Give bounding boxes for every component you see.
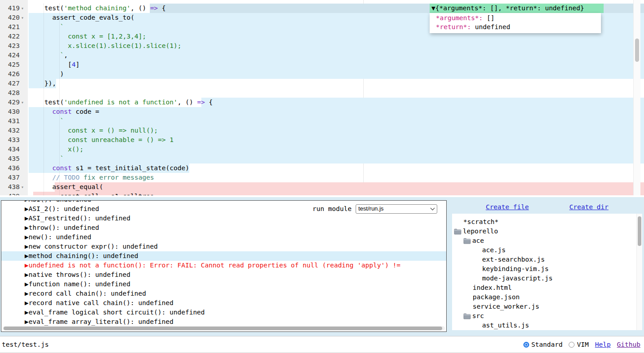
tree-file-row[interactable]: ace.js — [452, 245, 642, 255]
gutter-line[interactable]: 430 — [0, 107, 28, 116]
fold-arrow-icon[interactable]: ▾ — [21, 4, 24, 13]
gutter-line[interactable]: 419▾ — [0, 4, 28, 13]
gutter-line[interactable]: 439 — [0, 192, 28, 195]
code-line[interactable]: test('undefined is not a function', () =… — [28, 98, 644, 107]
keybinding-vim-radio[interactable]: VIM — [569, 341, 588, 348]
code-line[interactable]: }), — [28, 79, 644, 88]
line-highlight — [29, 60, 644, 69]
tree-folder-row[interactable]: ace — [452, 236, 642, 245]
gutter-line[interactable]: 431 — [0, 116, 28, 126]
test-result-row[interactable]: ▶record call chain(): undefined — [1, 289, 446, 298]
test-result-row[interactable]: ▶method chaining(): undefined — [1, 251, 446, 261]
gutter-line[interactable]: 423 — [0, 41, 28, 51]
fold-arrow-icon[interactable]: ▾ — [21, 183, 24, 191]
code-line[interactable]: const code = — [28, 107, 644, 116]
code-line[interactable]: const x = [1,2,3,4]; — [28, 32, 644, 41]
line-highlight — [29, 116, 644, 126]
code-line[interactable]: ) — [28, 69, 644, 79]
gutter-line[interactable]: 429▾ — [0, 98, 28, 107]
test-result-row[interactable]: ▶throw(): undefined — [1, 223, 446, 232]
code-editor[interactable]: 419▾420▾421422423424425426427428429▾4304… — [0, 0, 644, 195]
line-highlight — [55, 182, 644, 192]
test-result-row[interactable]: ▶eval_frame array_literal(): undefined — [1, 317, 446, 326]
gutter-line[interactable]: 425 — [0, 60, 28, 69]
line-number: 426 — [0, 69, 20, 79]
create-dir-link[interactable]: Create dir — [570, 203, 609, 211]
keybinding-standard-radio[interactable]: Standard — [523, 341, 563, 348]
gutter-line[interactable]: 437 — [0, 173, 28, 182]
test-result-row[interactable]: ▶ASI_restrited(): undefined — [1, 214, 446, 223]
tree-file-row[interactable]: package.json — [452, 293, 642, 302]
code-line[interactable]: assert_equal( — [28, 182, 644, 192]
tree-file-row[interactable]: service_worker.js — [452, 302, 642, 311]
gutter-line[interactable]: 432 — [0, 126, 28, 135]
gutter-line[interactable]: 438▾ — [0, 182, 28, 192]
test-result-row[interactable]: ▶record native call chain(): undefined — [1, 298, 446, 308]
editor-vertical-scrollbar[interactable] — [633, 0, 640, 195]
test-result-row[interactable]: ▶new(): undefined — [1, 232, 446, 242]
code-line-text: `, — [29, 51, 68, 60]
gutter-line[interactable]: 435 — [0, 154, 28, 164]
gutter-line[interactable]: 422 — [0, 32, 28, 41]
test-result-row[interactable]: ▶function name(): undefined — [1, 280, 446, 289]
code-line[interactable]: const x = () => null(); — [28, 126, 644, 135]
code-line-text: x.slice(1).slice(1).slice(1); — [29, 41, 181, 51]
gutter-line[interactable]: 424 — [0, 51, 28, 60]
code-line-text: ` — [29, 22, 64, 32]
code-line[interactable]: const s1 = test_initial_state(code) — [28, 164, 644, 173]
indent-guide — [59, 4, 60, 195]
radio-unselected-icon[interactable] — [569, 342, 574, 348]
code-line[interactable]: x(); — [28, 145, 644, 154]
run-module-select[interactable]: test/run.js — [356, 204, 437, 214]
github-link[interactable]: Github — [617, 341, 640, 348]
fold-arrow-icon[interactable]: ▾ — [21, 14, 24, 22]
editor-scrollbar-thumb[interactable] — [635, 39, 639, 62]
tree-folder-row[interactable]: leporello — [452, 227, 642, 236]
code-line[interactable]: // TODO fix error messages — [28, 173, 644, 182]
tree-file-row[interactable]: ext-searchbox.js — [452, 255, 642, 264]
line-number: 437 — [0, 173, 20, 182]
folder-icon — [463, 238, 471, 244]
tree-folder-row[interactable]: src — [452, 311, 642, 321]
gutter-line[interactable]: 420▾ — [0, 13, 28, 22]
tree-file-row[interactable]: index.html — [452, 283, 642, 293]
fold-arrow-icon[interactable]: ▾ — [21, 99, 24, 107]
results-horizontal-scrollbar[interactable] — [3, 326, 445, 331]
test-result-row[interactable]: ▶eval_frame logical short circuit(): und… — [1, 308, 446, 317]
tree-file-row[interactable]: *scratch* — [452, 217, 642, 227]
test-result-row[interactable]: ▶undefined is not a function(): Error: F… — [1, 261, 446, 270]
test-result-row[interactable]: ▶new constructor expr(): undefined — [1, 242, 446, 251]
tree-scrollbar-thumb[interactable] — [638, 216, 641, 246]
tree-file-row[interactable]: mode-javascript.js — [452, 274, 642, 283]
gutter-line[interactable]: 427 — [0, 79, 28, 88]
tree-file-row[interactable]: ast_utils.js — [452, 321, 642, 330]
code-line[interactable]: const unreachable = () => 1 — [28, 135, 644, 145]
indent-guide — [44, 4, 44, 195]
gutter-line[interactable]: 426 — [0, 69, 28, 79]
code-line[interactable]: x.slice(1).slice(1).slice(1); — [28, 41, 644, 51]
code-line[interactable]: [4] — [28, 60, 644, 69]
code-line[interactable]: `, — [28, 51, 644, 60]
test-result-row[interactable]: ▶native throws(): undefined — [1, 270, 446, 280]
tree-vertical-scrollbar[interactable] — [636, 214, 642, 330]
editor-gutter[interactable]: 419▾420▾421422423424425426427428429▾4304… — [0, 0, 28, 195]
code-line[interactable]: ` — [28, 116, 644, 126]
create-file-link[interactable]: Create file — [486, 203, 529, 211]
test-results-list: ▶ASI(): undefined▶ASI_2(): undefined▶ASI… — [1, 201, 446, 326]
code-line-text: const s1 = test_initial_state(code) — [29, 164, 189, 173]
gutter-line[interactable]: 428 — [0, 88, 28, 98]
gutter-line[interactable]: 436 — [0, 164, 28, 173]
results-scrollbar-thumb[interactable] — [4, 327, 442, 330]
gutter-line[interactable]: 433 — [0, 135, 28, 145]
help-link[interactable]: Help — [595, 341, 611, 348]
code-line[interactable]: ` — [28, 154, 644, 164]
gutter-line[interactable]: 434 — [0, 145, 28, 154]
gutter-line[interactable]: 421 — [0, 22, 28, 32]
radio-selected-icon[interactable] — [523, 342, 529, 348]
code-line[interactable]: const call = s1.calltree — [28, 192, 644, 195]
tree-file-row[interactable]: keybinding-vim.js — [452, 264, 642, 274]
tooltip-header[interactable]: ▼{*arguments*: [], *return*: undefined} — [430, 4, 604, 13]
tooltip-body: *arguments*: [] *return*: undefined — [430, 13, 601, 33]
line-number: 424 — [0, 51, 20, 60]
code-line[interactable] — [28, 88, 644, 98]
